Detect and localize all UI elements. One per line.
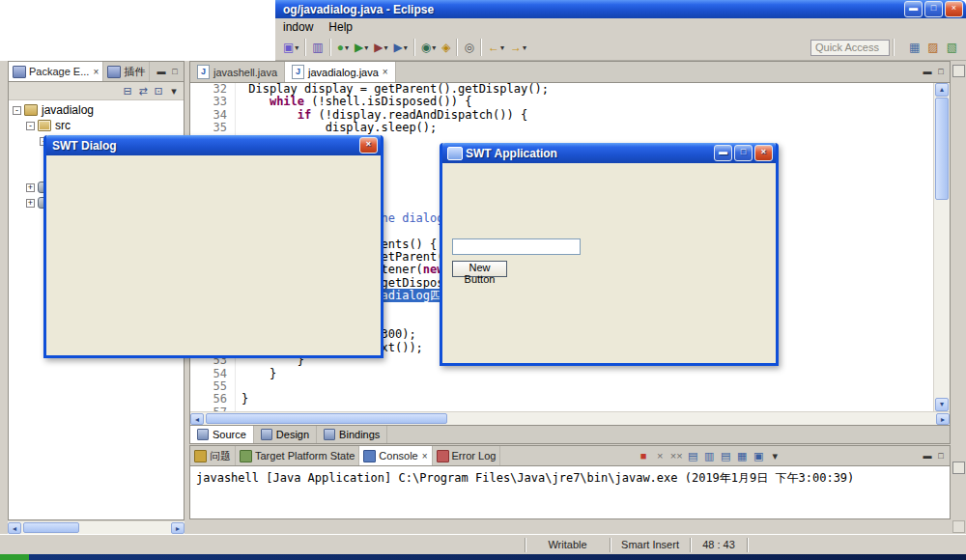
new-java-class-button[interactable]: ◉▾ bbox=[419, 38, 439, 57]
console-output[interactable]: javashell [Java Application] C:\Program … bbox=[190, 466, 950, 518]
quick-access-box[interactable]: Quick Access bbox=[810, 40, 890, 56]
swt-app-text-input[interactable] bbox=[452, 238, 581, 255]
scrollbar-thumb[interactable] bbox=[23, 522, 79, 533]
open-perspective-button[interactable]: ▦ bbox=[907, 38, 922, 57]
tree-item[interactable]: -src bbox=[9, 118, 184, 133]
display-selected-console-button[interactable]: ▣ bbox=[752, 449, 766, 462]
view-menu-button[interactable]: ▾ bbox=[166, 84, 182, 98]
menubar: indow Help bbox=[275, 18, 966, 35]
editor-vertical-scrollbar[interactable]: ▴ ▾ bbox=[933, 83, 950, 411]
menu-help[interactable]: Help bbox=[321, 19, 360, 35]
maximize-view-icon[interactable]: □ bbox=[934, 66, 948, 78]
maximize-view-icon[interactable]: □ bbox=[934, 450, 948, 462]
window-title: og/javadialog.java - Eclipse bbox=[278, 3, 902, 16]
scrollbar-thumb[interactable] bbox=[935, 98, 949, 200]
source-icon bbox=[197, 429, 209, 440]
tab-bindings[interactable]: Bindings bbox=[317, 426, 387, 443]
back-button[interactable]: ←▾ bbox=[486, 38, 506, 57]
tab-error-log[interactable]: Error Log bbox=[433, 446, 501, 465]
close-tab-icon[interactable]: × bbox=[383, 67, 388, 77]
scrollbar-thumb[interactable] bbox=[206, 413, 447, 424]
tab-source[interactable]: Source bbox=[190, 426, 254, 443]
swt-dialog-titlebar[interactable]: SWT Dialog × bbox=[46, 135, 381, 155]
scroll-down-icon[interactable]: ▾ bbox=[935, 398, 949, 411]
tab-package-explorer[interactable]: Package E... × bbox=[9, 62, 103, 81]
save-button[interactable]: ▥ bbox=[310, 38, 325, 57]
package-explorer-hscrollbar[interactable]: ◂ ▸ bbox=[8, 520, 185, 534]
taskbar bbox=[0, 554, 966, 560]
close-tab-icon[interactable]: × bbox=[422, 451, 428, 462]
window-titlebar[interactable]: og/javadialog.java - Eclipse ▬ □ × bbox=[275, 0, 966, 18]
new-button[interactable]: New Button bbox=[452, 261, 507, 277]
swt-dialog-close-icon[interactable]: × bbox=[359, 137, 378, 154]
scroll-lock-button[interactable]: ▥ bbox=[702, 449, 717, 462]
link-with-editor-button[interactable]: ⇄ bbox=[135, 84, 151, 98]
tab-console[interactable]: Console × bbox=[359, 446, 432, 465]
tab-problems[interactable]: 问题 bbox=[190, 446, 236, 465]
forward-button[interactable]: →▾ bbox=[508, 38, 528, 57]
tree-expander-icon[interactable]: - bbox=[26, 122, 35, 130]
swt-dialog-body bbox=[46, 155, 381, 355]
menu-window[interactable]: indow bbox=[275, 19, 321, 35]
resize-grip[interactable] bbox=[952, 520, 965, 533]
minimize-view-icon[interactable]: ▬ bbox=[921, 450, 934, 462]
start-button[interactable] bbox=[0, 554, 29, 560]
code-line: 54 } bbox=[190, 368, 933, 380]
editor-horizontal-scrollbar[interactable]: ◂ ▸ bbox=[190, 411, 950, 425]
java-perspective-button[interactable]: ▨ bbox=[925, 38, 940, 57]
save-icon: ▥ bbox=[312, 41, 323, 54]
window-close-icon[interactable]: × bbox=[945, 1, 963, 17]
swt-application-close-icon[interactable]: × bbox=[754, 145, 773, 161]
toolbar-separator bbox=[329, 39, 331, 56]
tab-design[interactable]: Design bbox=[254, 426, 317, 443]
tab-plugins[interactable]: 插件 bbox=[103, 62, 150, 81]
external-tools-button[interactable]: ▶▾ bbox=[391, 38, 409, 57]
scroll-right-icon[interactable]: ▸ bbox=[936, 413, 950, 425]
open-console-button[interactable]: ▾ bbox=[768, 449, 782, 462]
tab-target-platform-state[interactable]: Target Platform State bbox=[236, 446, 359, 465]
run-button[interactable]: ▶▾ bbox=[353, 38, 370, 57]
code-line: 34 if (!display.readAndDispatch()) { bbox=[190, 109, 933, 122]
clear-console-button[interactable]: ▤ bbox=[686, 449, 700, 462]
scroll-left-icon[interactable]: ◂ bbox=[190, 413, 204, 425]
tree-expander-icon[interactable]: + bbox=[26, 199, 35, 208]
pin-console-button[interactable]: ▦ bbox=[735, 449, 750, 462]
maximize-view-icon[interactable]: □ bbox=[168, 66, 182, 78]
external-tools-icon: ▶ bbox=[393, 41, 402, 54]
tab-javadialog-java[interactable]: J javadialog.java × bbox=[285, 62, 396, 82]
terminate-button[interactable]: ■ bbox=[637, 449, 651, 462]
scroll-right-icon[interactable]: ▸ bbox=[171, 522, 185, 534]
window-restore-icon[interactable]: □ bbox=[924, 1, 943, 17]
search-button[interactable]: ◎ bbox=[462, 38, 475, 57]
tree-item-label: javadialog bbox=[42, 103, 94, 117]
scroll-left-icon[interactable]: ◂ bbox=[8, 522, 21, 534]
debug-button[interactable]: ●▾ bbox=[335, 38, 351, 57]
close-tab-icon[interactable]: × bbox=[93, 67, 99, 77]
remove-launch-button[interactable]: × bbox=[653, 449, 668, 462]
remove-all-launches-button[interactable]: ×× bbox=[669, 449, 684, 462]
tab-label: Design bbox=[276, 429, 309, 440]
tree-expander-icon[interactable]: - bbox=[13, 106, 21, 115]
fast-view-icon[interactable] bbox=[952, 65, 965, 77]
new-wizard-button[interactable]: ▣▾ bbox=[281, 38, 300, 57]
swt-application-titlebar[interactable]: SWT Application ▬ □ × bbox=[442, 143, 776, 163]
new-java-class-icon: ◉ bbox=[421, 41, 431, 54]
open-type-button[interactable]: ◈ bbox=[440, 38, 452, 57]
dropdown-caret-icon: ▾ bbox=[295, 43, 298, 52]
minimize-view-icon[interactable]: ▬ bbox=[921, 66, 934, 78]
collapse-all-button[interactable]: ⊟ bbox=[120, 84, 135, 98]
fast-view-icon[interactable] bbox=[952, 462, 965, 474]
filters-button[interactable]: ⊡ bbox=[151, 84, 166, 98]
word-wrap-button[interactable]: ▤ bbox=[719, 449, 733, 462]
scroll-up-icon[interactable]: ▴ bbox=[935, 83, 949, 97]
dropdown-caret-icon: ▾ bbox=[523, 43, 526, 52]
tree-item[interactable]: -javadialog bbox=[9, 102, 184, 118]
tab-javashell-java[interactable]: J javashell.java bbox=[190, 62, 285, 82]
swt-application-minimize-icon[interactable]: ▬ bbox=[714, 145, 732, 161]
coverage-button[interactable]: ▶▾ bbox=[372, 38, 389, 57]
tree-expander-icon[interactable]: + bbox=[26, 183, 35, 192]
minimize-view-icon[interactable]: ▬ bbox=[155, 66, 168, 78]
window-minimize-icon[interactable]: ▬ bbox=[904, 1, 923, 17]
swt-application-maximize-icon[interactable]: □ bbox=[734, 145, 753, 161]
debug-perspective-button[interactable]: ▧ bbox=[945, 38, 959, 57]
